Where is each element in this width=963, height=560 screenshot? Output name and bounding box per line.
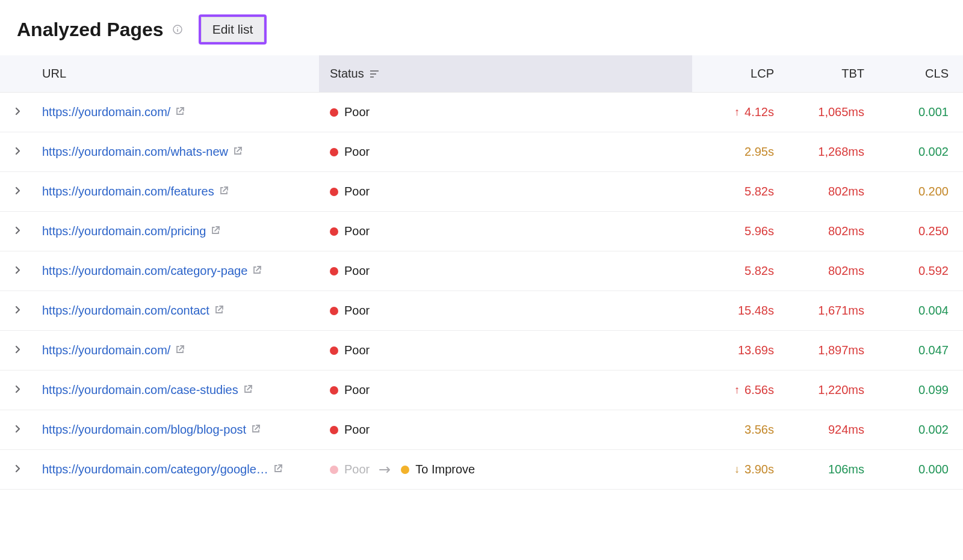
svg-rect-4 xyxy=(370,73,376,75)
cls-cell: 0.592 xyxy=(873,264,963,278)
lcp-cell: 5.82s xyxy=(692,185,782,198)
tbt-cell: 1,897ms xyxy=(782,343,873,357)
col-cls-header[interactable]: CLS xyxy=(873,67,963,81)
url-link[interactable]: https://yourdomain.com/blog/blog-post xyxy=(42,423,246,436)
svg-rect-1 xyxy=(177,29,178,32)
external-link-icon[interactable] xyxy=(252,265,262,275)
cls-cell: 0.002 xyxy=(873,145,963,159)
status-cell: Poor xyxy=(319,145,692,159)
lcp-value: 4.12s xyxy=(745,105,774,119)
url-link[interactable]: https://yourdomain.com/case-studies xyxy=(42,383,238,396)
trend-down-icon: ↓ xyxy=(734,463,740,476)
sort-icon xyxy=(370,67,380,81)
lcp-value: 3.90s xyxy=(745,463,774,476)
lcp-cell: 2.95s xyxy=(692,145,782,159)
external-link-icon[interactable] xyxy=(211,226,220,235)
col-status-header[interactable]: Status xyxy=(319,55,692,92)
col-status-label: Status xyxy=(330,67,364,81)
status-dot-icon xyxy=(330,227,338,236)
expand-chevron-icon[interactable] xyxy=(15,345,21,356)
col-tbt-header[interactable]: TBT xyxy=(782,67,873,81)
url-link[interactable]: https://yourdomain.com/ xyxy=(42,343,170,357)
info-icon[interactable] xyxy=(172,24,183,35)
cls-cell: 0.200 xyxy=(873,185,963,198)
url-link[interactable]: https://yourdomain.com/contact xyxy=(42,304,209,317)
lcp-cell: ↑4.12s xyxy=(692,105,782,119)
expand-chevron-icon[interactable] xyxy=(15,385,21,396)
status-dot-icon xyxy=(330,466,338,474)
cls-value: 0.592 xyxy=(918,264,949,277)
url-cell: https://yourdomain.com/ xyxy=(36,343,319,357)
expand-chevron-icon[interactable] xyxy=(15,107,21,118)
url-link[interactable]: https://yourdomain.com/category-page xyxy=(42,264,247,277)
svg-rect-2 xyxy=(177,27,178,28)
url-link[interactable]: https://yourdomain.com/ xyxy=(42,105,170,118)
external-link-icon[interactable] xyxy=(175,106,185,116)
lcp-value: 5.82s xyxy=(745,264,774,278)
lcp-value: 2.95s xyxy=(745,145,774,159)
expand-chevron-icon[interactable] xyxy=(15,186,21,197)
status-cell: Poor xyxy=(319,383,692,397)
url-cell: https://yourdomain.com/contact xyxy=(36,304,319,318)
status-cell: Poor xyxy=(319,304,692,318)
cls-value: 0.047 xyxy=(918,343,949,357)
external-link-icon[interactable] xyxy=(214,305,224,315)
status-dot-icon xyxy=(330,386,338,395)
cls-value: 0.000 xyxy=(918,463,949,476)
status-label: Poor xyxy=(344,224,370,238)
lcp-value: 15.48s xyxy=(738,304,774,318)
cls-value: 0.001 xyxy=(918,105,949,118)
table-row: https://yourdomain.com/Poor↑4.12s1,065ms… xyxy=(0,93,963,132)
lcp-cell: 5.96s xyxy=(692,224,782,238)
external-link-icon[interactable] xyxy=(175,345,185,354)
expand-chevron-icon[interactable] xyxy=(15,425,21,435)
cls-cell: 0.001 xyxy=(873,105,963,119)
tbt-value: 1,897ms xyxy=(818,343,864,357)
lcp-cell: 5.82s xyxy=(692,264,782,278)
expand-chevron-icon[interactable] xyxy=(15,226,21,237)
url-link[interactable]: https://yourdomain.com/pricing xyxy=(42,224,206,238)
expand-chevron-icon[interactable] xyxy=(15,266,21,277)
status-label: Poor xyxy=(344,463,370,476)
tbt-cell: 106ms xyxy=(782,463,873,476)
cls-value: 0.200 xyxy=(918,185,949,198)
expand-chevron-icon[interactable] xyxy=(15,464,21,475)
external-link-icon[interactable] xyxy=(233,146,243,156)
expand-chevron-icon[interactable] xyxy=(15,147,21,158)
url-link[interactable]: https://yourdomain.com/whats-new xyxy=(42,145,228,158)
status-label: Poor xyxy=(344,105,370,119)
external-link-icon[interactable] xyxy=(219,186,229,195)
expand-chevron-icon[interactable] xyxy=(15,306,21,316)
status-cell: Poor xyxy=(319,105,692,119)
url-link[interactable]: https://yourdomain.com/category/google… xyxy=(42,463,268,476)
status-dot-icon xyxy=(330,148,338,156)
url-cell: https://yourdomain.com/category-page xyxy=(36,264,319,278)
lcp-value: 13.69s xyxy=(738,343,774,357)
external-link-icon[interactable] xyxy=(251,424,261,434)
status-change-label: To Improve xyxy=(415,463,475,476)
trend-up-icon: ↑ xyxy=(734,384,740,396)
edit-list-button[interactable]: Edit list xyxy=(201,17,265,42)
cls-cell: 0.047 xyxy=(873,343,963,357)
url-link[interactable]: https://yourdomain.com/features xyxy=(42,185,214,198)
url-cell: https://yourdomain.com/blog/blog-post xyxy=(36,423,319,437)
col-lcp-header[interactable]: LCP xyxy=(692,67,782,81)
col-url-header[interactable]: URL xyxy=(36,67,319,81)
status-label: Poor xyxy=(344,264,370,278)
tbt-cell: 924ms xyxy=(782,423,873,437)
external-link-icon[interactable] xyxy=(243,384,253,394)
external-link-icon[interactable] xyxy=(273,464,283,473)
lcp-cell: ↓3.90s xyxy=(692,463,782,476)
cls-value: 0.250 xyxy=(918,224,949,238)
table-row: https://yourdomain.com/contactPoor15.48s… xyxy=(0,291,963,331)
status-label: Poor xyxy=(344,343,370,357)
status-cell: Poor xyxy=(319,224,692,238)
analyzed-pages-table: URL Status LCP TBT CLS https://yourdomai… xyxy=(0,55,963,490)
lcp-value: 5.96s xyxy=(745,224,774,238)
cls-cell: 0.002 xyxy=(873,423,963,437)
cls-value: 0.004 xyxy=(918,304,949,317)
url-cell: https://yourdomain.com/pricing xyxy=(36,224,319,238)
status-dot-icon xyxy=(330,267,338,275)
table-row: https://yourdomain.com/blog/blog-postPoo… xyxy=(0,410,963,450)
status-cell: Poor xyxy=(319,343,692,357)
